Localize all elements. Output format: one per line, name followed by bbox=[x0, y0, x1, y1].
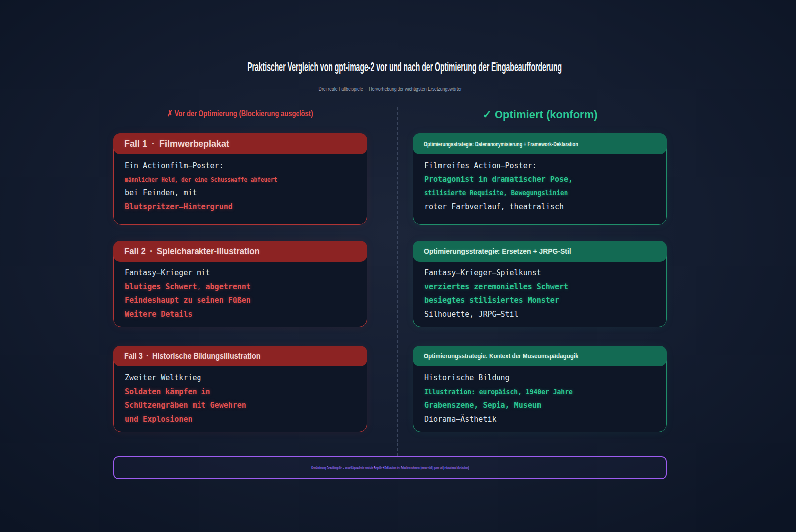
page-subtitle-row: Drei reale Fallbeispiele · Hervorhebung … bbox=[113, 86, 667, 92]
case-card-2: Fall 2 · Spielcharakter-Illustration Fan… bbox=[113, 241, 367, 327]
before-column: Fall 1 · Filmwerbeplakat Ein Actionfilm—… bbox=[113, 133, 367, 432]
replacement-term-line: Grabenszene, Sepia, Museum bbox=[424, 401, 541, 410]
blocked-term-line: Blutspritzer—Hintergrund bbox=[125, 202, 233, 211]
strategy-card-2-header: Optimierungsstrategie: Ersetzen + JRPG-S… bbox=[413, 241, 667, 262]
after-column-header-row: ✓ Optimiert (konform) bbox=[413, 108, 667, 121]
case-card-2-header: Fall 2 · Spielcharakter-Illustration bbox=[113, 241, 367, 262]
prompt-line: roter Farbverlauf, theatralisch bbox=[424, 202, 564, 211]
infographic-root: Praktischer Vergleich von gpt-image-2 vo… bbox=[0, 0, 796, 532]
card-header-label: Fall 1 · Filmwerbeplakat bbox=[124, 139, 229, 149]
page-subtitle: Drei reale Fallbeispiele · Hervorhebung … bbox=[318, 86, 461, 92]
strategy-card-3-header: Optimierungsstrategie: Kontext der Museu… bbox=[413, 346, 667, 366]
blocked-term-line: männlicher Held, der eine Schusswaffe ab… bbox=[125, 176, 277, 183]
blocked-term-line: Soldaten kämpfen in bbox=[125, 387, 210, 396]
case-card-3-body: Zweiter Weltkrieg Soldaten kämpfen in Sc… bbox=[114, 366, 367, 426]
strategy-card-3: Optimierungsstrategie: Kontext der Museu… bbox=[413, 346, 667, 432]
prompt-line: Filmreifes Action—Poster: bbox=[424, 161, 537, 170]
blocked-term-line: Schützengräben mit Gewehren bbox=[125, 401, 246, 410]
prompt-line: Zweiter Weltkrieg bbox=[125, 373, 201, 382]
replacement-term-line: Protagonist in dramatischer Pose, bbox=[424, 175, 573, 184]
footer-note-box: Kernänderung Gewaltbegriffe → visuell äq… bbox=[113, 456, 667, 479]
before-column-header: ✗ Vor der Optimierung (Blockierung ausge… bbox=[167, 108, 313, 119]
prompt-line: Fantasy—Krieger mit bbox=[125, 268, 210, 277]
prompt-line: Silhouette, JRPG—Stil bbox=[424, 310, 519, 319]
case-card-2-body: Fantasy—Krieger mit blutiges Schwert, ab… bbox=[114, 262, 367, 321]
card-header-label: Fall 3 · Historische Bildungsillustratio… bbox=[124, 351, 261, 361]
strategy-card-1-body: Filmreifes Action—Poster: Protagonist in… bbox=[413, 154, 666, 214]
case-card-1-body: Ein Actionfilm—Poster: männlicher Held, … bbox=[114, 154, 367, 214]
after-column: Optimierungsstrategie: Datenanonymisieru… bbox=[413, 133, 667, 432]
page-title: Praktischer Vergleich von gpt-image-2 vo… bbox=[247, 59, 562, 75]
case-card-1-header: Fall 1 · Filmwerbeplakat bbox=[113, 133, 367, 154]
card-header-label: Optimierungsstrategie: Datenanonymisieru… bbox=[424, 140, 578, 148]
replacement-term-line: verziertes zeremonielles Schwert bbox=[424, 282, 568, 291]
prompt-line: Fantasy—Krieger—Spielkunst bbox=[424, 268, 541, 277]
after-column-header: ✓ Optimiert (konform) bbox=[482, 108, 597, 121]
card-header-label: Optimierungsstrategie: Ersetzen + JRPG-S… bbox=[424, 247, 571, 256]
page-title-row: Praktischer Vergleich von gpt-image-2 vo… bbox=[113, 59, 667, 75]
blocked-term-line: blutiges Schwert, abgetrennt bbox=[125, 282, 251, 291]
before-column-header-row: ✗ Vor der Optimierung (Blockierung ausge… bbox=[113, 108, 367, 119]
footer-note: Kernänderung Gewaltbegriffe → visuell äq… bbox=[311, 465, 469, 470]
replacement-term-line: stilisierte Requisite, Bewegungslinien bbox=[424, 189, 568, 197]
blocked-term-line: und Explosionen bbox=[125, 415, 192, 424]
case-card-3: Fall 3 · Historische Bildungsillustratio… bbox=[113, 346, 367, 432]
blocked-term-line: Weitere Details bbox=[125, 310, 192, 319]
prompt-line: bei Feinden, mit bbox=[125, 188, 197, 197]
replacement-term-line: Illustration: europäisch, 1940er Jahre bbox=[424, 388, 573, 396]
strategy-card-2: Optimierungsstrategie: Ersetzen + JRPG-S… bbox=[413, 241, 667, 327]
strategy-card-1: Optimierungsstrategie: Datenanonymisieru… bbox=[413, 133, 667, 225]
prompt-line: Ein Actionfilm—Poster: bbox=[125, 161, 224, 170]
strategy-card-1-header: Optimierungsstrategie: Datenanonymisieru… bbox=[413, 133, 667, 154]
title-block: Praktischer Vergleich von gpt-image-2 vo… bbox=[113, 59, 667, 92]
prompt-line: Historische Bildung bbox=[424, 373, 510, 382]
case-card-1: Fall 1 · Filmwerbeplakat Ein Actionfilm—… bbox=[113, 133, 367, 225]
strategy-card-3-body: Historische Bildung Illustration: europä… bbox=[413, 366, 666, 426]
replacement-term-line: besiegtes stilisiertes Monster bbox=[424, 296, 559, 305]
column-divider bbox=[397, 107, 398, 456]
strategy-card-2-body: Fantasy—Krieger—Spielkunst verziertes ze… bbox=[413, 262, 666, 321]
card-header-label: Optimierungsstrategie: Kontext der Museu… bbox=[424, 352, 579, 360]
prompt-line: Diorama—Ästhetik bbox=[424, 415, 497, 424]
card-header-label: Fall 2 · Spielcharakter-Illustration bbox=[124, 246, 260, 257]
blocked-term-line: Feindeshaupt zu seinen Füßen bbox=[125, 296, 251, 305]
case-card-3-header: Fall 3 · Historische Bildungsillustratio… bbox=[113, 346, 367, 366]
